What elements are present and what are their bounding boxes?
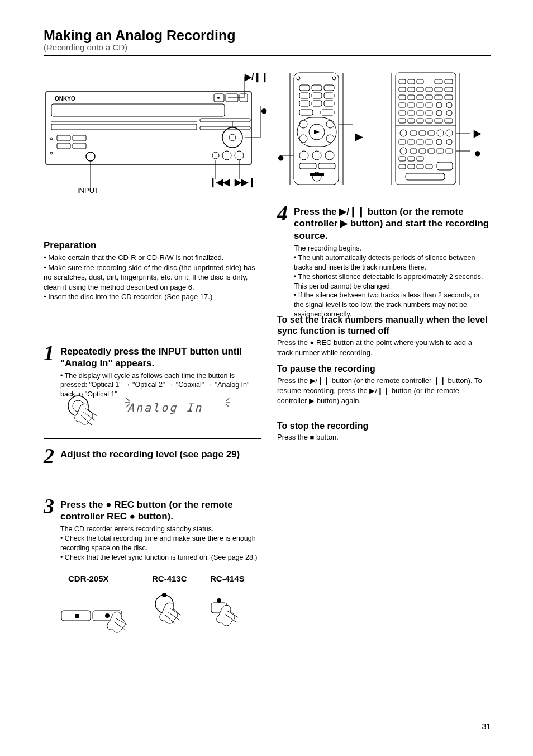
diagram-remote-rc414s: [389, 73, 473, 196]
divider: [44, 438, 261, 439]
illustration-rc414s-rec: [208, 592, 258, 636]
pause-heading: To pause the recording: [277, 363, 489, 375]
step2-text: Adjust the recording level (see page 29): [60, 448, 259, 460]
manual-track-body: Press the ● REC button at the point wher…: [277, 338, 489, 357]
step1-text: Repeatedly press the INPUT button until …: [60, 346, 259, 370]
next-icon: ▶▶❙: [235, 177, 255, 188]
illustration-cdr205x-rec: [60, 593, 133, 637]
divider: [44, 336, 261, 336]
illustration-press-input: [66, 391, 113, 431]
remote1-rec-icon: ●: [277, 150, 284, 166]
svg-rect-58: [310, 173, 324, 176]
stop-body: Press the ■ button.: [277, 433, 489, 442]
manual-track-heading: To set the track numbers manually when t…: [277, 314, 489, 337]
svg-point-5: [217, 97, 220, 99]
diagram-remote-rc413c: [287, 73, 354, 196]
step4-note: • The shortest silence detectable is app…: [294, 272, 489, 291]
svg-point-139: [217, 598, 221, 603]
preparation-item: • Insert the disc into the CD recorder. …: [44, 292, 261, 302]
step-number: 3: [44, 493, 54, 520]
svg-rect-0: [46, 92, 251, 164]
remote2-rec-icon: ●: [474, 145, 481, 161]
step-number: 1: [44, 340, 54, 367]
step-number: 2: [44, 443, 54, 470]
rec-icon: ●: [260, 103, 268, 119]
play-pause-icon: ▶/❙❙: [245, 72, 268, 83]
svg-point-137: [162, 593, 166, 597]
svg-rect-134: [75, 614, 79, 618]
model-label: RC-414S: [210, 574, 245, 584]
preparation-item: • Make certain that the CD-R or CD-R/W i…: [44, 253, 261, 263]
step4-note: • The unit automatically detects periods…: [294, 253, 489, 272]
preparation-heading: Preparation: [44, 239, 96, 251]
page-title: Making an Analog Recording: [44, 27, 236, 44]
stop-heading: To stop the recording: [277, 420, 489, 432]
model-label: RC-413C: [152, 574, 187, 584]
step-number: 4: [277, 200, 288, 227]
step4-note: The recording begins.: [294, 244, 489, 253]
pause-body: Press the ▶/❙❙ button (or the remote con…: [277, 376, 489, 407]
page-number: 31: [482, 722, 491, 732]
svg-text:Analog In: Analog In: [127, 401, 203, 414]
step3-note: The CD recorder enters recording standby…: [60, 525, 261, 534]
model-label: CDR-205X: [68, 574, 109, 584]
diagram-device-front: ONKYO: [44, 73, 261, 190]
step3-note: • Check that the level sync function is …: [60, 553, 261, 563]
step3-note: • Check the total recording time and mak…: [60, 534, 261, 553]
header-rule: [44, 55, 491, 56]
step3-text: Press the ● REC button (or the remote co…: [60, 499, 261, 523]
remote1-play-icon: ▶: [355, 131, 363, 143]
prev-icon: ❙◀◀: [209, 177, 230, 188]
input-label: INPUT: [77, 186, 99, 195]
remote2-play-icon: ▶: [474, 127, 481, 139]
display-panel: Analog In: [125, 395, 248, 422]
preparation-item: • Make sure the recording side of the di…: [44, 263, 261, 292]
divider: [44, 489, 261, 489]
svg-point-135: [105, 613, 110, 618]
brand-text: ONKYO: [55, 96, 75, 102]
step4-text: Press the ▶/❙❙ button (or the remote con…: [294, 206, 489, 242]
page-subtitle: (Recording onto a CD): [44, 42, 127, 53]
illustration-rc413c-rec: [147, 587, 198, 637]
